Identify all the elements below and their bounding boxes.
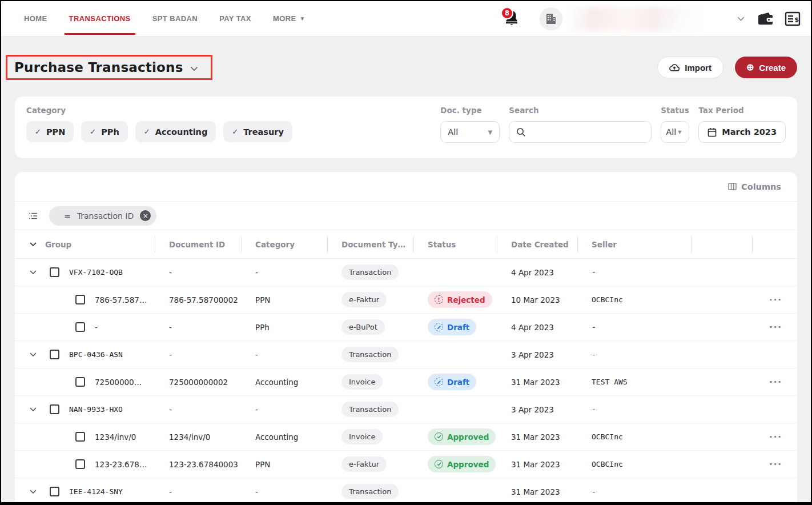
- transaction-id: 786-57.587…: [95, 295, 147, 304]
- nav-transactions[interactable]: TRANSACTIONS: [69, 1, 131, 36]
- cell-category: PPN: [241, 286, 327, 313]
- col-header-document-type[interactable]: Document Ty…: [327, 230, 413, 258]
- cell-document-type: Transaction: [327, 478, 413, 505]
- row-expand-chevron-icon[interactable]: [30, 407, 38, 412]
- cell-actions: [752, 478, 797, 505]
- row-actions-button[interactable]: ···: [769, 295, 782, 305]
- tax-period-button[interactable]: March 2023: [698, 121, 786, 143]
- row-checkbox[interactable]: [50, 487, 59, 496]
- cell-actions: ···: [752, 451, 797, 478]
- cell-status: [413, 396, 497, 423]
- cell-status: Approved: [413, 451, 497, 478]
- cell-transaction-id: 72500000…: [15, 368, 155, 395]
- cell-status: Approved: [413, 423, 497, 450]
- cell-seller: -: [577, 478, 691, 505]
- transaction-group-id: IEE-4124-SNY: [69, 487, 123, 496]
- row-actions-button[interactable]: ···: [769, 377, 782, 387]
- row-expand-chevron-icon[interactable]: [30, 352, 38, 357]
- table-row: 786-57.587…786-57.58700002PPNe-Faktur!Re…: [15, 286, 797, 314]
- col-header-category[interactable]: Category: [241, 230, 327, 258]
- cell-document-id: -: [155, 259, 241, 286]
- group-by-icon[interactable]: [29, 212, 38, 220]
- cell-date-created: 31 Mar 2023: [497, 423, 577, 450]
- row-actions-button[interactable]: ···: [769, 432, 782, 442]
- topbar-right: 8 $: [504, 7, 801, 31]
- check-icon: ✓: [144, 127, 150, 136]
- account-chevron-down-icon[interactable]: [737, 17, 745, 21]
- cell-date-created: 4 Apr 2023: [497, 259, 577, 286]
- category-chip-accounting[interactable]: ✓ Accounting: [135, 121, 216, 142]
- document-type-chip: Transaction: [341, 264, 399, 280]
- col-header-status[interactable]: Status: [413, 230, 497, 258]
- cell-document-id: -: [155, 478, 241, 505]
- cell-empty: [691, 368, 752, 395]
- col-header-document-id[interactable]: Document ID: [155, 230, 241, 258]
- row-checkbox[interactable]: [75, 377, 85, 387]
- create-button[interactable]: ⊕ Create: [735, 57, 797, 78]
- cell-status: Draft: [413, 368, 497, 395]
- row-expand-chevron-icon[interactable]: [30, 490, 38, 494]
- cell-date-created: 3 Apr 2023: [497, 341, 577, 368]
- cell-document-type: Transaction: [327, 396, 413, 423]
- nav-home[interactable]: HOME: [24, 1, 47, 36]
- company-avatar[interactable]: [540, 7, 562, 30]
- status-badge: Draft: [428, 374, 476, 390]
- cell-actions: ···: [752, 423, 797, 450]
- table-row: 1234/inv/01234/inv/0AccountingInvoiceApp…: [15, 423, 797, 451]
- category-chip-treasury[interactable]: ✓ Treasury: [223, 121, 292, 142]
- col-header-seller[interactable]: Seller: [577, 230, 691, 258]
- cell-document-type: e-Faktur: [327, 451, 413, 478]
- col-header-actions: [752, 230, 797, 258]
- search-input[interactable]: [509, 121, 652, 143]
- approved-status-icon: [435, 460, 443, 468]
- doc-type-select[interactable]: All ▼: [440, 121, 500, 143]
- row-checkbox[interactable]: [75, 295, 85, 304]
- cell-status: [413, 478, 497, 505]
- billing-icon[interactable]: $: [785, 11, 801, 26]
- category-chip-pph[interactable]: ✓ PPh: [81, 121, 127, 142]
- cell-date-created: 31 Mar 2023: [497, 478, 577, 505]
- title-chevron-down-icon[interactable]: [190, 66, 198, 71]
- cell-empty: [691, 341, 752, 368]
- col-header-group[interactable]: Group: [45, 240, 71, 249]
- row-expand-chevron-icon[interactable]: [30, 270, 38, 275]
- table-row-group: BPC-0436-ASN--Transaction3 Apr 2023-: [15, 341, 797, 368]
- cell-category: -: [241, 259, 327, 286]
- row-checkbox[interactable]: [75, 322, 85, 332]
- cell-category: PPh: [241, 314, 327, 340]
- cell-document-type: Transaction: [327, 341, 413, 368]
- col-header-date-created[interactable]: Date Created: [497, 230, 577, 258]
- row-checkbox[interactable]: [75, 459, 85, 469]
- cell-date-created: 3 Apr 2023: [497, 396, 577, 423]
- nav-pay-tax[interactable]: PAY TAX: [219, 1, 251, 36]
- transaction-group-id: VFX-7102-OQB: [69, 268, 123, 276]
- row-checkbox[interactable]: [50, 267, 59, 277]
- transaction-group-id: BPC-0436-ASN: [69, 350, 123, 359]
- import-button[interactable]: Import: [657, 57, 723, 78]
- notifications-button[interactable]: 8: [504, 9, 521, 29]
- cell-transaction-id: 786-57.587…: [15, 286, 155, 313]
- columns-button[interactable]: Columns: [728, 182, 781, 191]
- document-type-chip: Transaction: [341, 402, 399, 417]
- row-actions-button[interactable]: ···: [769, 322, 782, 332]
- collapse-all-chevron-icon[interactable]: [30, 242, 37, 247]
- table-row-group: NAN-9933-HXO--Transaction3 Apr 2023-: [15, 396, 797, 423]
- row-actions-button[interactable]: ···: [769, 459, 782, 470]
- cell-seller: TEST AWS: [577, 368, 691, 395]
- nav-more[interactable]: MORE ▼: [273, 1, 305, 36]
- wallet-icon[interactable]: [757, 11, 774, 26]
- transaction-id: -: [95, 323, 98, 332]
- status-select[interactable]: All ▼: [661, 121, 689, 143]
- cell-empty: [691, 286, 752, 313]
- row-checkbox[interactable]: [50, 350, 59, 359]
- cell-document-id: 786-57.58700002: [155, 286, 241, 313]
- chevron-down-icon: ▼: [678, 130, 681, 135]
- remove-filter-icon[interactable]: ×: [140, 210, 151, 221]
- category-chip-ppn[interactable]: ✓ PPN: [26, 121, 74, 142]
- nav-spt-badan[interactable]: SPT BADAN: [152, 1, 198, 36]
- row-checkbox[interactable]: [75, 432, 85, 442]
- row-checkbox[interactable]: [50, 404, 59, 414]
- transaction-id: 123-23.678…: [95, 460, 147, 469]
- cell-empty: [691, 478, 752, 505]
- transaction-id-filter-chip[interactable]: = Transaction ID ×: [49, 206, 156, 226]
